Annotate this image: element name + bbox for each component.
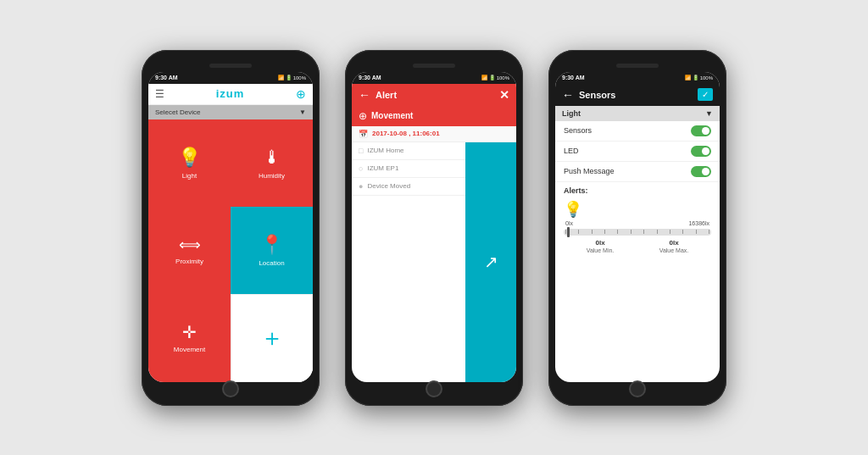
selector-label: Selecet Device: [155, 108, 200, 116]
push-message-toggle-row: Push Message: [555, 162, 720, 182]
close-button[interactable]: ✕: [499, 88, 509, 102]
tick: [604, 230, 605, 234]
sensor-type-label: Light: [562, 109, 581, 118]
light-icon: 💡: [178, 147, 201, 169]
bulb-icon: 💡: [564, 200, 582, 219]
slider-ticks: [564, 230, 711, 234]
proximity-label: Proximity: [175, 258, 203, 265]
add-icon[interactable]: ⊕: [296, 87, 306, 101]
home-button[interactable]: [629, 380, 646, 397]
sensors-toggle-label: Sensors: [564, 126, 592, 135]
calendar-icon: 📅: [359, 130, 368, 138]
tick: [565, 230, 566, 234]
led-toggle[interactable]: [691, 146, 711, 157]
alerts-section: Alerts: 💡 0lx 16386lx: [555, 182, 720, 258]
checkmark-icon[interactable]: ✓: [698, 88, 713, 101]
tick: [709, 230, 709, 234]
home-button[interactable]: [426, 380, 442, 397]
device-icon: ○: [359, 164, 363, 173]
trend-up-icon: ↗: [484, 252, 498, 272]
light-slider[interactable]: [564, 229, 711, 236]
alert-list: □ IZUM Home ○ IZUM EP1 ● Device Moved ↗: [352, 142, 516, 382]
phone-3-time: 9:30 AM: [562, 75, 585, 80]
proximity-cell[interactable]: ⟺ Proximity: [148, 207, 231, 294]
hamburger-icon[interactable]: ☰: [155, 88, 164, 100]
tick: [578, 230, 579, 234]
humidity-label: Humidity: [259, 172, 285, 180]
phone-3-status-icons: 📶 🔋 100%: [685, 75, 713, 80]
max-value-group: 0lx Value Max.: [659, 239, 689, 253]
phone-3-status-bar: 9:30 AM 📶 🔋 100%: [555, 72, 720, 84]
slider-min-thumb[interactable]: [567, 227, 570, 237]
movement-text: Movement: [371, 111, 413, 120]
back-button[interactable]: ←: [562, 88, 574, 102]
item-text: IZUM Home: [367, 147, 403, 154]
tick: [657, 230, 658, 234]
light-cell[interactable]: 💡 Light: [148, 119, 231, 207]
tick: [682, 230, 683, 234]
min-value-label: Value Min.: [587, 247, 615, 253]
home-button[interactable]: [222, 380, 239, 397]
alert-title: Alert: [376, 90, 494, 100]
humidity-cell[interactable]: 🌡 Humidity: [231, 119, 313, 207]
date-text: 2017-10-08 , 11:06:01: [372, 130, 440, 137]
list-item[interactable]: □ IZUM Home: [352, 142, 465, 160]
tick: [592, 230, 593, 234]
phone-1-header: ☰ izum ⊕: [148, 84, 313, 105]
push-message-toggle[interactable]: [691, 166, 711, 177]
phone-2-bottom: [352, 382, 516, 396]
sensors-title: Sensors: [579, 90, 693, 100]
trend-chart: ↗: [465, 142, 516, 382]
device-icon: □: [359, 147, 363, 155]
device-icon: ●: [359, 182, 363, 191]
plus-icon: ＋: [260, 322, 284, 354]
movement-label: Movement: [174, 346, 205, 353]
phone-3-screen: 9:30 AM 📶 🔋 100% ← Sensors ✓ Light ▼ Sen…: [555, 72, 720, 382]
location-label: Location: [259, 259, 284, 267]
item-text: IZUM EP1: [367, 164, 398, 172]
movement-arrows-icon: ⊕: [359, 110, 367, 122]
max-value-label: Value Max.: [659, 247, 689, 253]
phone-3-bottom: [555, 382, 720, 396]
alerts-label: Alerts:: [564, 186, 711, 195]
led-toggle-label: LED: [564, 147, 579, 155]
phone-2-screen: 9:30 AM 📶 🔋 100% ← Alert ✕ ⊕ Movement 📅 …: [352, 72, 516, 382]
movement-icon: ✛: [182, 322, 197, 342]
add-sensor-cell[interactable]: ＋: [231, 294, 313, 382]
min-value-group: 0lx Value Min.: [587, 239, 615, 253]
light-label: Light: [182, 172, 197, 180]
proximity-icon: ⟺: [179, 236, 201, 254]
list-item[interactable]: ● Device Moved: [352, 178, 465, 196]
slider-range-labels: 0lx 16386lx: [564, 220, 711, 226]
device-selector[interactable]: Selecet Device ▼: [148, 105, 313, 119]
chevron-down-icon: ▼: [705, 109, 713, 118]
sensors-header: ← Sensors ✓: [555, 84, 720, 106]
sensors-toggle[interactable]: [691, 125, 711, 136]
alert-header: ← Alert ✕: [352, 84, 516, 106]
phone-1: 9:30 AM 📶 🔋 100% ☰ izum ⊕ Selecet Device…: [142, 50, 320, 406]
phone-1-bottom: [148, 382, 313, 396]
movement-cell[interactable]: ✛ Movement: [148, 294, 231, 382]
alert-list-items: □ IZUM Home ○ IZUM EP1 ● Device Moved: [352, 142, 465, 382]
chevron-down-icon: ▼: [299, 108, 306, 116]
light-bulb-area: 💡: [564, 198, 711, 220]
movement-alert-row: ⊕ Movement: [352, 106, 516, 126]
phone-1-screen: 9:30 AM 📶 🔋 100% ☰ izum ⊕ Selecet Device…: [148, 72, 313, 382]
phone-1-status-icons: 📶 🔋 100%: [278, 75, 306, 80]
sensor-grid: 💡 Light 🌡 Humidity ⟺ Proximity 📍 Locatio…: [148, 119, 313, 382]
humidity-icon: 🌡: [263, 147, 281, 169]
list-item[interactable]: ○ IZUM EP1: [352, 160, 465, 178]
date-row: 📅 2017-10-08 , 11:06:01: [352, 126, 516, 142]
slider-max-label: 16386lx: [688, 220, 709, 226]
sensor-type-selector[interactable]: Light ▼: [555, 106, 720, 121]
sensors-toggle-row: Sensors: [555, 121, 720, 141]
led-toggle-row: LED: [555, 141, 720, 162]
back-button[interactable]: ←: [359, 88, 370, 102]
location-cell[interactable]: 📍 Location: [231, 207, 313, 294]
item-text: Device Moved: [367, 182, 410, 190]
app-logo: izum: [216, 87, 245, 100]
location-icon: 📍: [260, 234, 283, 256]
max-value-num: 0lx: [669, 239, 678, 247]
phone-1-time: 9:30 AM: [155, 75, 178, 80]
min-value-num: 0lx: [595, 239, 604, 247]
